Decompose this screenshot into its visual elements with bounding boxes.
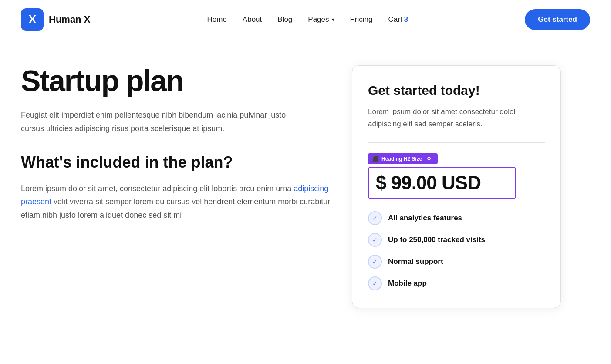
gear-icon[interactable]: ⚙ [425,155,433,162]
heading-label-badge: ⬛ Heading H2 Size ⚙ [368,153,438,164]
chevron-down-icon: ▾ [332,17,334,23]
check-icon-2: ✓ [368,255,382,269]
nav-pages-label: Pages [308,15,329,24]
left-column: Startup plan Feugiat elit imperdiet enim… [21,65,334,308]
nav-cart-label: Cart [388,15,402,24]
card-desc: Lorem ipsum dolor sit amet consectetur d… [368,106,545,130]
pricing-card: Get started today! Lorem ipsum dolor sit… [352,65,561,308]
feature-label-0: All analytics features [388,214,462,222]
right-column: Get started today! Lorem ipsum dolor sit… [352,65,561,308]
check-icon-0: ✓ [368,211,382,225]
feature-list: ✓ All analytics features ✓ Up to 250,000… [368,211,545,290]
heading-label-text: Heading H2 Size [381,156,422,162]
body-text: Lorem ipsum dolor sit amet, consectetur … [21,182,334,222]
logo-letter: X [29,13,36,26]
feature-label-3: Mobile app [388,279,427,288]
price-box: $ 99.00 USD [368,167,516,199]
get-started-button[interactable]: Get started [525,9,590,30]
card-title: Get started today! [368,83,545,98]
nav-pricing[interactable]: Pricing [350,15,373,24]
feature-label-2: Normal support [388,257,443,266]
hero-desc: Feugiat elit imperdiet enim pellentesque… [21,108,304,135]
navbar: X Human X Home About Blog Pages ▾ Pricin… [0,0,611,39]
body-text-before-link: Lorem ipsum dolor sit amet, consectetur … [21,184,294,193]
nav-pages[interactable]: Pages ▾ [308,15,334,24]
logo-icon: X [21,8,44,31]
nav-home[interactable]: Home [207,15,227,24]
nav-about[interactable]: About [243,15,262,24]
logo[interactable]: X Human X [21,8,90,31]
logo-name: Human X [49,14,90,25]
feature-label-1: Up to 250,000 tracked visits [388,236,485,244]
nav-links: Home About Blog Pages ▾ Pricing Cart 3 [207,15,408,24]
feature-item-2: ✓ Normal support [368,255,545,269]
cart-badge: 3 [404,15,408,24]
hero-title: Startup plan [21,65,334,96]
heading-h2-icon: ⬛ [372,156,379,162]
included-title: What's included in the plan? [21,153,334,172]
check-icon-1: ✓ [368,233,382,247]
feature-item-1: ✓ Up to 250,000 tracked visits [368,233,545,247]
price-text: $ 99.00 USD [376,172,481,193]
main-content: Startup plan Feugiat elit imperdiet enim… [0,39,611,326]
nav-blog[interactable]: Blog [277,15,292,24]
feature-item-0: ✓ All analytics features [368,211,545,225]
body-text-after-link: velit viverra sit semper lorem eu cursus… [21,197,330,219]
check-icon-3: ✓ [368,276,382,290]
nav-cart[interactable]: Cart 3 [388,15,408,24]
card-divider [368,142,545,143]
feature-item-3: ✓ Mobile app [368,276,545,290]
